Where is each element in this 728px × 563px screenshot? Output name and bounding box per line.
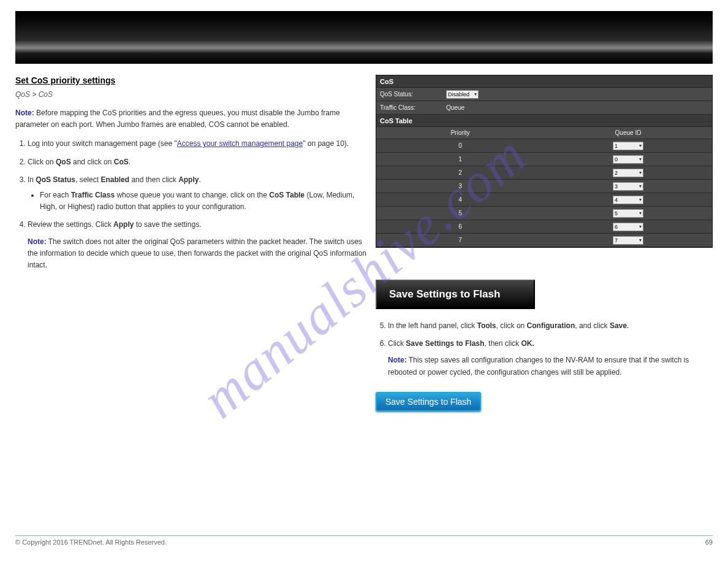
cos-table-row: 10 <box>376 153 712 166</box>
priority-cell: 4 <box>376 196 544 203</box>
cos-table-row: 33 <box>376 180 712 193</box>
step-4: Review the settings. Click Apply to save… <box>28 219 371 271</box>
traffic-class-value: Queue <box>442 104 712 111</box>
col-priority: Priority <box>376 129 544 136</box>
step-1: Log into your switch management page (se… <box>28 138 371 150</box>
queue-id-select[interactable]: 6 <box>613 223 643 231</box>
header-banner <box>15 11 713 64</box>
note-label: Note: <box>15 109 34 117</box>
queue-id-select[interactable]: 5 <box>613 209 643 218</box>
queue-id-select[interactable]: 3 <box>613 182 643 191</box>
page-number: 69 <box>705 538 713 546</box>
note-text: Before mapping the CoS priorities and th… <box>15 109 340 129</box>
queue-id-select[interactable]: 7 <box>613 236 643 245</box>
step-3: In QoS Status, select Enabled and then c… <box>28 174 371 213</box>
section-title: Set CoS priority settings <box>15 75 115 85</box>
priority-cell: 5 <box>376 210 544 216</box>
save-settings-flash-dark-button[interactable]: Save Settings to Flash <box>376 280 535 309</box>
priority-cell: 6 <box>376 223 544 230</box>
cos-table-row: 22 <box>376 166 712 180</box>
cos-title: CoS <box>376 75 712 88</box>
queue-id-select[interactable]: 0 <box>613 155 643 164</box>
col-queue: Queue ID <box>544 129 712 136</box>
priority-cell: 0 <box>376 142 544 149</box>
copyright: © Copyright 2016 TRENDnet. All Rights Re… <box>15 538 167 546</box>
priority-cell: 7 <box>376 237 544 243</box>
cos-table-row: 66 <box>376 220 712 234</box>
step-2: Click on QoS and click on CoS. <box>28 156 371 168</box>
queue-id-select[interactable]: 1 <box>613 142 643 150</box>
cos-table-title: CoS Table <box>376 115 712 127</box>
qos-status-label: QoS Status: <box>376 91 442 98</box>
queue-id-select[interactable]: 4 <box>613 196 643 204</box>
cos-panel: CoS QoS Status: Disabled Traffic Class: … <box>376 75 713 248</box>
queue-id-select[interactable]: 2 <box>613 169 643 177</box>
cos-table-row: 44 <box>376 193 712 207</box>
step-6: Click Save Settings to Flash, then click… <box>388 338 713 378</box>
priority-cell: 1 <box>376 156 544 163</box>
save-settings-flash-blue-button[interactable]: Save Settings to Flash <box>376 392 481 412</box>
cos-table-row: 01 <box>376 139 712 153</box>
priority-cell: 2 <box>376 169 544 176</box>
step-5: In the left hand panel, click Tools, cli… <box>388 320 713 332</box>
cos-table-row: 55 <box>376 207 712 220</box>
cos-table-row: 77 <box>376 234 712 247</box>
section-path: QoS > CoS <box>15 90 371 99</box>
mgmt-page-link[interactable]: Access your switch management page <box>177 139 303 148</box>
traffic-class-label: Traffic Class: <box>376 104 442 111</box>
priority-cell: 3 <box>376 183 544 190</box>
qos-status-select[interactable]: Disabled <box>446 90 479 99</box>
